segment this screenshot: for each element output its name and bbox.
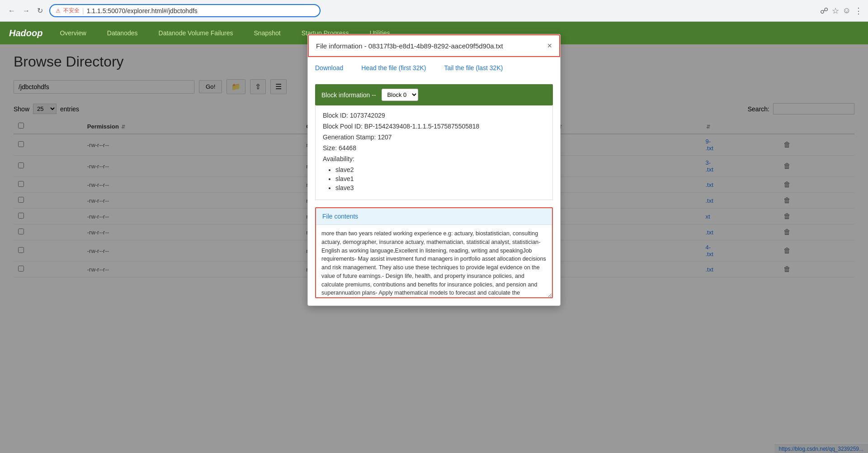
security-label: 不安全 bbox=[63, 7, 80, 14]
node-1: slave2 bbox=[335, 166, 545, 173]
address-bar: ⚠ 不安全 | bbox=[49, 4, 321, 17]
tail-file-link[interactable]: Tail the file (last 32K) bbox=[444, 64, 503, 72]
hadoop-brand: Hadoop bbox=[9, 28, 42, 38]
nav-datanodes[interactable]: Datanodes bbox=[104, 28, 142, 38]
block-size: Size: 64468 bbox=[323, 144, 545, 152]
node-2: slave1 bbox=[335, 175, 545, 182]
modal-title: File information - 08317f3b-e8d1-4b89-82… bbox=[316, 42, 503, 50]
block-pool-id: Block Pool ID: BP-1542439408-1.1.1.5-157… bbox=[323, 123, 545, 130]
file-contents-section: File contents more than two years relate… bbox=[315, 207, 553, 298]
separator: | bbox=[82, 7, 84, 14]
modal-body: Download Head the file (first 32K) Tail … bbox=[308, 57, 560, 305]
download-link[interactable]: Download bbox=[315, 64, 343, 72]
browser-chrome: ← → ↻ ⚠ 不安全 | ☍ ☆ ☺ ⋮ bbox=[0, 0, 868, 22]
block-id: Block ID: 1073742029 bbox=[323, 112, 545, 119]
availability-list: slave2 slave1 slave3 bbox=[323, 166, 545, 191]
browser-actions: ☍ ☆ ☺ ⋮ bbox=[820, 6, 863, 16]
bookmark-icon[interactable]: ☆ bbox=[832, 6, 839, 16]
block-select[interactable]: Block 0 Block 1 Block 2 bbox=[382, 89, 418, 101]
node-3: slave3 bbox=[335, 184, 545, 191]
availability-label: Availability: bbox=[323, 155, 545, 162]
refresh-button[interactable]: ↻ bbox=[34, 5, 46, 17]
head-file-link[interactable]: Head the file (first 32K) bbox=[361, 64, 426, 72]
url-input[interactable] bbox=[87, 7, 314, 14]
nav-overview[interactable]: Overview bbox=[56, 28, 90, 38]
back-button[interactable]: ← bbox=[5, 5, 18, 17]
nav-buttons: ← → ↻ bbox=[5, 5, 46, 17]
modal-close-button[interactable]: × bbox=[547, 42, 552, 50]
block-details: Block ID: 1073742029 Block Pool ID: BP-1… bbox=[315, 105, 553, 200]
security-icon: ⚠ bbox=[56, 8, 61, 14]
menu-icon[interactable]: ⋮ bbox=[854, 6, 863, 16]
forward-button[interactable]: → bbox=[20, 5, 33, 17]
nav-datanode-volume-failures[interactable]: Datanode Volume Failures bbox=[155, 28, 237, 38]
translate-icon[interactable]: ☍ bbox=[820, 6, 828, 16]
modal-actions: Download Head the file (first 32K) Tail … bbox=[315, 64, 553, 77]
file-contents-header: File contents bbox=[316, 208, 552, 225]
block-info-label: Block information -- bbox=[321, 91, 376, 99]
nav-snapshot[interactable]: Snapshot bbox=[250, 28, 284, 38]
account-icon[interactable]: ☺ bbox=[843, 6, 851, 15]
file-info-modal: File information - 08317f3b-e8d1-4b89-82… bbox=[307, 34, 561, 306]
modal-header: File information - 08317f3b-e8d1-4b89-82… bbox=[308, 34, 560, 57]
block-info-header: Block information -- Block 0 Block 1 Blo… bbox=[315, 84, 553, 105]
generation-stamp: Generation Stamp: 1207 bbox=[323, 134, 545, 141]
file-contents-text[interactable]: more than two years related working expe… bbox=[316, 225, 552, 297]
